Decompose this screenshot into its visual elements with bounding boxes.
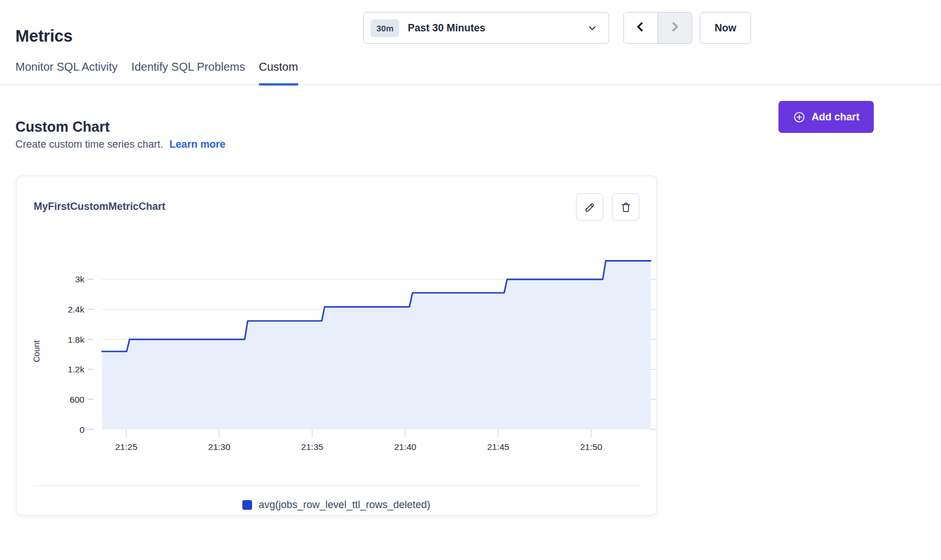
- chevron-left-icon: [634, 20, 647, 36]
- edit-chart-button[interactable]: [576, 193, 603, 221]
- tab-custom[interactable]: Custom: [259, 58, 298, 84]
- svg-text:2.4k: 2.4k: [68, 305, 85, 314]
- page-title: Metrics: [15, 27, 72, 46]
- svg-text:1.2k: 1.2k: [68, 364, 85, 374]
- svg-text:21:45: 21:45: [487, 442, 509, 452]
- section-description: Create custom time series chart. Learn m…: [15, 139, 225, 151]
- previous-time-button[interactable]: [624, 13, 658, 43]
- time-range-dropdown[interactable]: 30m Past 30 Minutes: [363, 12, 609, 44]
- svg-text:0: 0: [79, 425, 84, 435]
- section-title: Custom Chart: [15, 119, 109, 135]
- time-toolbar: 30m Past 30 Minutes Now: [363, 12, 751, 44]
- learn-more-link[interactable]: Learn more: [169, 139, 225, 150]
- tab-identify-sql-problems[interactable]: Identify SQL Problems: [131, 58, 245, 84]
- add-chart-button-label: Add chart: [812, 111, 859, 123]
- time-range-badge: 30m: [371, 19, 399, 37]
- time-range-label: Past 30 Minutes: [408, 22, 587, 34]
- time-step-buttons: [623, 12, 692, 44]
- svg-text:21:35: 21:35: [301, 442, 323, 452]
- svg-text:600: 600: [70, 395, 84, 404]
- add-chart-button[interactable]: Add chart: [778, 101, 874, 133]
- svg-text:21:50: 21:50: [580, 442, 602, 452]
- chart-card-header: MyFirstCustomMetricChart: [34, 193, 639, 221]
- chart-title: MyFirstCustomMetricChart: [34, 201, 165, 213]
- tab-monitor-sql-activity[interactable]: Monitor SQL Activity: [15, 58, 117, 84]
- svg-text:21:30: 21:30: [208, 442, 230, 452]
- legend-swatch: [242, 500, 252, 510]
- metrics-tabs: Monitor SQL Activity Identify SQL Proble…: [0, 58, 941, 85]
- chevron-down-icon: [587, 23, 597, 33]
- svg-text:Count: Count: [32, 340, 41, 363]
- tab-label: Monitor SQL Activity: [15, 60, 117, 73]
- tab-label: Identify SQL Problems: [131, 60, 245, 73]
- legend-divider: [33, 485, 640, 486]
- next-time-button[interactable]: [658, 13, 692, 43]
- legend-label: avg(jobs_row_level_ttl_rows_deleted): [258, 499, 430, 511]
- plus-circle-icon: [793, 111, 806, 124]
- pencil-icon: [584, 201, 596, 213]
- delete-chart-button[interactable]: [612, 193, 639, 221]
- section-description-text: Create custom time series chart.: [15, 139, 163, 150]
- active-tab-underline: [259, 83, 298, 86]
- time-series-chart[interactable]: 06001.2k1.8k2.4k3k21:2521:3021:3521:4021…: [17, 240, 658, 457]
- now-button-label: Now: [715, 22, 736, 34]
- trash-icon: [620, 201, 632, 213]
- svg-text:1.8k: 1.8k: [68, 335, 85, 344]
- svg-text:21:40: 21:40: [394, 442, 416, 452]
- chart-actions: [576, 193, 639, 221]
- chevron-right-icon: [668, 20, 681, 36]
- custom-chart-card: MyFirstCustomMetricChart 06001.2k1.8k2.4…: [16, 176, 657, 516]
- svg-text:21:25: 21:25: [115, 442, 137, 452]
- now-button[interactable]: Now: [700, 12, 751, 44]
- chart-legend[interactable]: avg(jobs_row_level_ttl_rows_deleted): [17, 494, 656, 515]
- svg-text:3k: 3k: [75, 274, 85, 284]
- tab-label: Custom: [259, 60, 298, 73]
